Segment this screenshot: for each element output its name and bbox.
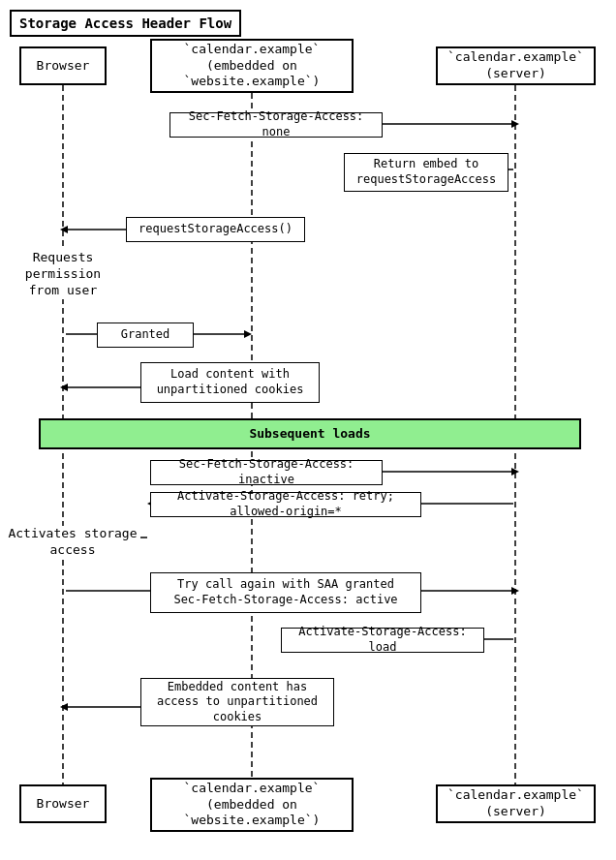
svg-marker-24 [60,703,68,711]
browser-bottom-box: Browser [19,784,107,823]
svg-marker-14 [511,468,519,476]
diagram: Storage Access Header Flow Browser `cale… [0,0,616,860]
embed-bottom-box: `calendar.example` (embedded on `website… [150,778,354,832]
msg5-box: Granted [97,322,194,348]
msg10-text: Activates storage access [8,526,137,557]
server-bottom-box: `calendar.example` (server) [436,784,596,823]
msg11-box: Try call again with SAA granted Sec-Fetc… [150,572,421,613]
msg6-text: Load content with unpartitioned cookies [157,367,304,397]
embed-top-label: `calendar.example` (embedded on `website… [158,42,346,91]
msg9-box: Activate-Storage-Access: retry; allowed-… [150,492,421,517]
embed-bottom-label: `calendar.example` (embedded on `website… [158,781,346,830]
msg7-box: Subsequent loads [39,418,581,449]
svg-marker-10 [244,330,252,338]
server-bottom-label: `calendar.example` (server) [447,787,584,820]
embed-top-box: `calendar.example` (embedded on `website… [150,39,354,93]
svg-marker-4 [511,120,519,128]
msg13-text: Embedded content has access to unpartiti… [147,680,327,725]
msg3-box: requestStorageAccess() [126,217,305,242]
msg3-text: requestStorageAccess() [139,222,293,237]
server-top-label: `calendar.example` (server) [447,49,584,82]
browser-top-label: Browser [37,58,90,75]
msg2-text: Return embed to requestStorageAccess [356,157,497,187]
title-text: Storage Access Header Flow [19,15,231,31]
svg-marker-8 [60,226,68,233]
msg12-text: Activate-Storage-Access: load [288,625,477,655]
msg7-text: Subsequent loads [249,426,370,443]
msg1-box: Sec-Fetch-Storage-Access: none [169,112,383,138]
msg2-box: Return embed to requestStorageAccess [344,153,508,192]
server-top-box: `calendar.example` (server) [436,46,596,85]
msg6-box: Load content with unpartitioned cookies [140,362,320,403]
svg-marker-20 [511,587,519,595]
msg10-label: Activates storage access [5,526,140,559]
msg5-text: Granted [121,327,170,343]
msg11-text: Try call again with SAA granted Sec-Fetc… [173,577,397,607]
browser-top-box: Browser [19,46,107,85]
msg8-text: Sec-Fetch-Storage-Access: inactive [157,457,376,487]
msg1-text: Sec-Fetch-Storage-Access: none [176,109,376,139]
title-box: Storage Access Header Flow [10,10,241,37]
msg8-box: Sec-Fetch-Storage-Access: inactive [150,460,383,485]
msg4-label: Requests permission from user [5,250,121,299]
svg-marker-12 [60,384,68,391]
browser-bottom-label: Browser [37,796,90,813]
msg12-box: Activate-Storage-Access: load [281,628,484,653]
msg9-text: Activate-Storage-Access: retry; allowed-… [157,489,415,519]
msg13-box: Embedded content has access to unpartiti… [140,678,334,726]
msg4-text: Requests permission from user [25,250,101,297]
